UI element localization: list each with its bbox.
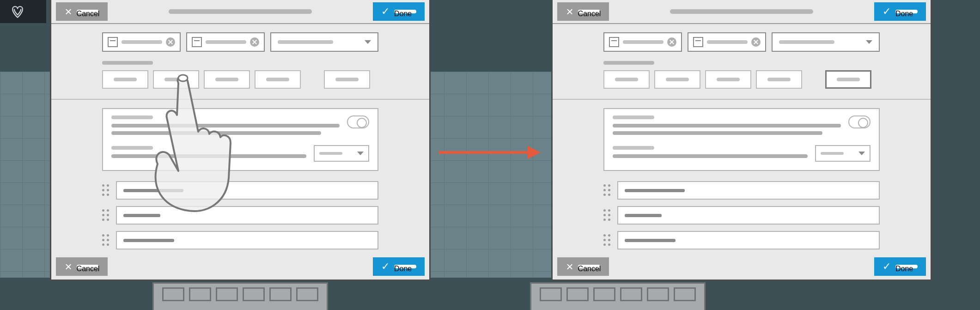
preset-chip-2[interactable] — [705, 70, 751, 89]
wireframe-panel-after: × Cancel ✓ Done — [551, 0, 932, 281]
svg-marker-2 — [528, 146, 541, 159]
close-icon: × — [566, 260, 573, 274]
preset-chip-4[interactable] — [825, 70, 871, 89]
card-heading — [613, 115, 654, 119]
preset-chip-1[interactable] — [153, 70, 199, 89]
check-icon: ✓ — [381, 6, 390, 18]
drag-handle-icon[interactable] — [603, 184, 611, 196]
list-item — [102, 181, 378, 200]
drag-handle-icon[interactable] — [102, 234, 110, 246]
cancel-button[interactable]: × Cancel — [56, 2, 108, 21]
card-sub-heading — [111, 146, 153, 150]
preset-chip-4[interactable] — [324, 70, 370, 89]
wireframe-panel-before: × Cancel ✓ Done — [50, 0, 431, 281]
keyboard-left — [152, 282, 328, 310]
confirm-button[interactable]: ✓ Done — [373, 2, 425, 21]
type-dropdown[interactable] — [772, 32, 880, 52]
keyboard-right — [530, 282, 706, 310]
preset-chip-1[interactable] — [654, 70, 700, 89]
list-item — [603, 206, 880, 225]
list-item-box[interactable] — [617, 206, 880, 225]
modal-title — [169, 9, 312, 14]
footer-confirm-button[interactable]: ✓ Done — [373, 257, 425, 276]
list-item — [102, 206, 378, 225]
clear-icon[interactable] — [166, 37, 175, 47]
preset-chip-0[interactable] — [603, 70, 650, 89]
section-label — [603, 61, 654, 65]
drag-handle-icon[interactable] — [603, 234, 611, 246]
clear-icon[interactable] — [250, 37, 259, 47]
list-item — [603, 181, 880, 200]
cancel-label: Cancel — [77, 10, 99, 13]
close-icon: × — [65, 260, 72, 274]
preset-chip-3[interactable] — [255, 70, 301, 89]
calendar-icon — [108, 37, 118, 47]
options-card — [102, 108, 378, 171]
modal-title — [670, 9, 813, 14]
pretzel-icon — [9, 3, 26, 20]
preset-chip-row — [603, 70, 880, 89]
type-dropdown[interactable] — [270, 32, 378, 52]
chevron-down-icon — [858, 152, 865, 155]
preset-chip-0[interactable] — [102, 70, 148, 89]
confirm-button[interactable]: ✓ Done — [874, 2, 926, 21]
footer-confirm-button[interactable]: ✓ Done — [874, 257, 926, 276]
list-item-box[interactable] — [617, 231, 880, 249]
section-label — [102, 61, 153, 65]
chevron-down-icon — [866, 40, 872, 44]
check-icon: ✓ — [883, 261, 891, 273]
footer-cancel-button[interactable]: × Cancel — [56, 257, 108, 276]
preset-chip-2[interactable] — [204, 70, 250, 89]
card-heading — [111, 115, 153, 119]
toggle-switch[interactable] — [848, 115, 870, 128]
options-card — [603, 108, 880, 171]
clear-icon[interactable] — [667, 37, 676, 47]
list-item — [102, 231, 378, 249]
list-item-box[interactable] — [116, 206, 378, 225]
app-topbar — [0, 0, 46, 23]
calendar-icon — [693, 37, 703, 47]
date-end-field[interactable] — [688, 32, 766, 52]
preset-chip-3[interactable] — [756, 70, 802, 89]
chevron-down-icon — [357, 152, 364, 155]
clear-icon[interactable] — [751, 37, 761, 47]
list-item-box[interactable] — [116, 181, 378, 200]
close-icon: × — [65, 5, 72, 19]
card-dropdown[interactable] — [815, 145, 870, 162]
card-sub-heading — [613, 146, 654, 150]
date-end-field[interactable] — [186, 32, 265, 52]
transition-arrow-icon — [437, 143, 542, 162]
drag-handle-icon[interactable] — [102, 209, 110, 221]
check-icon: ✓ — [381, 261, 390, 273]
confirm-label: Done — [394, 10, 416, 13]
card-dropdown[interactable] — [314, 145, 369, 162]
list-item — [603, 231, 880, 249]
date-start-field[interactable] — [603, 32, 682, 52]
calendar-icon — [192, 37, 202, 47]
drag-handle-icon[interactable] — [603, 209, 611, 221]
footer-cancel-button[interactable]: × Cancel — [557, 257, 609, 276]
cancel-button[interactable]: × Cancel — [557, 2, 609, 21]
date-start-field[interactable] — [102, 32, 181, 52]
modal-header: × Cancel ✓ Done — [51, 0, 429, 24]
list-item-box[interactable] — [116, 231, 378, 249]
calendar-icon — [609, 37, 619, 47]
close-icon: × — [566, 5, 573, 19]
divider — [51, 99, 429, 100]
chevron-down-icon — [365, 40, 371, 44]
preset-chip-row — [102, 70, 378, 89]
divider — [553, 99, 931, 100]
modal-header: × Cancel ✓ Done — [553, 0, 931, 24]
drag-handle-icon[interactable] — [102, 184, 110, 196]
check-icon: ✓ — [883, 6, 891, 18]
list-item-box[interactable] — [617, 181, 880, 200]
toggle-switch[interactable] — [347, 115, 369, 128]
